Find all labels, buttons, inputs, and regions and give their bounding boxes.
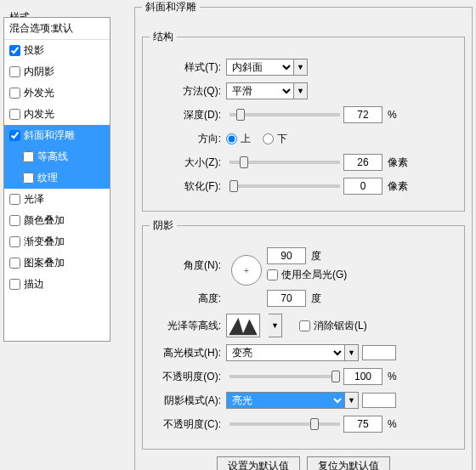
style-item-checkbox[interactable]	[23, 151, 34, 162]
angle-dial[interactable]	[231, 255, 262, 286]
style-item-label: 外发光	[24, 86, 54, 100]
style-select[interactable]: 内斜面	[226, 59, 294, 76]
shading-group: 阴影 角度(N): 度 使用全局光(G) 高度: 度	[142, 218, 465, 450]
bevel-emboss-group: 斜面和浮雕 结构 样式(T): 内斜面 ▼ 方法(Q): 平滑 ▼ 深度(D):…	[134, 0, 473, 470]
style-item-label: 投影	[24, 43, 44, 58]
down-label: 下	[277, 132, 287, 146]
depth-unit: %	[388, 109, 397, 121]
style-item-checkbox[interactable]	[9, 130, 20, 141]
style-item-label: 内阴影	[24, 65, 54, 79]
style-item-checkbox[interactable]	[9, 66, 20, 77]
style-item-checkbox[interactable]	[9, 236, 20, 247]
gloss-contour-label: 光泽等高线:	[150, 319, 226, 333]
shadow-mode-select[interactable]: 亮光	[226, 392, 345, 409]
chevron-down-icon[interactable]: ▼	[294, 82, 308, 99]
size-unit: 像素	[388, 156, 408, 170]
method-label: 方法(Q):	[150, 84, 226, 99]
shadow-opacity-slider[interactable]	[230, 422, 340, 426]
chevron-down-icon[interactable]: ▼	[345, 344, 359, 361]
method-select[interactable]: 平滑	[226, 82, 294, 99]
altitude-input[interactable]	[267, 290, 306, 307]
direction-down-radio[interactable]: 下	[263, 132, 287, 146]
style-item-3[interactable]: 内发光	[4, 104, 110, 125]
style-item-8[interactable]: 颜色叠加	[4, 210, 110, 231]
style-item-checkbox[interactable]	[9, 109, 20, 120]
style-item-label: 等高线	[37, 150, 68, 164]
soften-input[interactable]	[343, 178, 382, 195]
style-item-label: 图案叠加	[24, 256, 65, 270]
style-item-9[interactable]: 渐变叠加	[4, 231, 110, 252]
antialias-checkbox[interactable]	[299, 320, 310, 331]
angle-label: 角度(N):	[150, 258, 226, 273]
soften-unit: 像素	[388, 179, 408, 194]
blend-options-row[interactable]: 混合选项:默认	[4, 18, 110, 40]
style-item-2[interactable]: 外发光	[4, 82, 110, 104]
global-light-label: 使用全局光(G)	[281, 268, 347, 282]
style-item-label: 斜面和浮雕	[24, 128, 75, 143]
style-item-checkbox[interactable]	[9, 258, 20, 269]
chevron-down-icon[interactable]: ▼	[294, 59, 308, 76]
angle-unit: 度	[311, 249, 321, 263]
size-slider[interactable]	[230, 161, 340, 164]
highlight-opacity-label: 不透明度(O):	[150, 370, 226, 384]
styles-panel: 混合选项:默认 投影内阴影外发光内发光斜面和浮雕等高线纹理光泽颜色叠加渐变叠加图…	[3, 17, 110, 342]
shading-legend: 阴影	[150, 218, 177, 233]
style-item-checkbox[interactable]	[9, 215, 20, 226]
make-default-button[interactable]: 设置为默认值	[217, 456, 300, 470]
style-item-0[interactable]: 投影	[4, 40, 110, 61]
shadow-opacity-label: 不透明度(C):	[150, 417, 226, 432]
highlight-opacity-slider[interactable]	[230, 375, 340, 378]
shadow-opacity-input[interactable]	[343, 416, 382, 433]
highlight-mode-select[interactable]: 变亮	[226, 344, 345, 361]
direction-up-radio[interactable]: 上	[226, 132, 251, 146]
shadow-color-swatch[interactable]	[362, 393, 396, 408]
size-label: 大小(Z):	[150, 156, 226, 170]
up-label: 上	[241, 132, 251, 146]
highlight-mode-label: 高光模式(H):	[150, 346, 226, 360]
style-item-label: 纹理	[37, 171, 58, 185]
style-item-label: 内发光	[24, 107, 54, 122]
style-item-checkbox[interactable]	[9, 279, 20, 290]
chevron-down-icon[interactable]: ▼	[269, 314, 282, 337]
altitude-label: 高度:	[150, 292, 226, 306]
style-item-6[interactable]: 纹理	[4, 167, 110, 189]
structure-group: 结构 样式(T): 内斜面 ▼ 方法(Q): 平滑 ▼ 深度(D): % 方向:…	[142, 30, 465, 212]
gloss-contour-picker[interactable]	[226, 314, 260, 337]
highlight-color-swatch[interactable]	[362, 345, 396, 360]
global-light-checkbox[interactable]	[267, 269, 278, 280]
soften-label: 软化(F):	[150, 179, 226, 194]
style-item-1[interactable]: 内阴影	[4, 61, 110, 82]
depth-slider[interactable]	[230, 113, 340, 116]
style-label: 样式(T):	[150, 60, 226, 75]
direction-label: 方向:	[150, 132, 226, 146]
shadow-opacity-unit: %	[388, 418, 397, 430]
style-item-checkbox[interactable]	[23, 173, 34, 184]
style-item-label: 颜色叠加	[24, 213, 65, 228]
style-item-checkbox[interactable]	[9, 194, 20, 205]
chevron-down-icon[interactable]: ▼	[345, 392, 359, 409]
style-item-7[interactable]: 光泽	[4, 189, 110, 210]
angle-input[interactable]	[267, 247, 306, 264]
style-item-4[interactable]: 斜面和浮雕	[4, 125, 110, 146]
bevel-emboss-legend: 斜面和浮雕	[142, 0, 200, 14]
style-item-label: 光泽	[24, 192, 44, 207]
structure-legend: 结构	[150, 30, 177, 44]
highlight-opacity-unit: %	[388, 371, 397, 382]
antialias-label: 消除锯齿(L)	[314, 319, 367, 333]
depth-input[interactable]	[343, 106, 382, 123]
style-item-11[interactable]: 描边	[4, 274, 110, 295]
style-item-label: 渐变叠加	[24, 235, 65, 249]
style-item-10[interactable]: 图案叠加	[4, 252, 110, 274]
altitude-unit: 度	[311, 292, 321, 306]
style-item-checkbox[interactable]	[9, 88, 20, 99]
style-item-5[interactable]: 等高线	[4, 146, 110, 167]
highlight-opacity-input[interactable]	[343, 368, 382, 385]
shadow-mode-label: 阴影模式(A):	[150, 394, 226, 408]
size-input[interactable]	[343, 154, 382, 171]
soften-slider[interactable]	[230, 184, 340, 188]
style-item-label: 描边	[24, 277, 44, 292]
reset-default-button[interactable]: 复位为默认值	[307, 456, 390, 470]
style-item-checkbox[interactable]	[9, 45, 20, 56]
depth-label: 深度(D):	[150, 108, 226, 122]
